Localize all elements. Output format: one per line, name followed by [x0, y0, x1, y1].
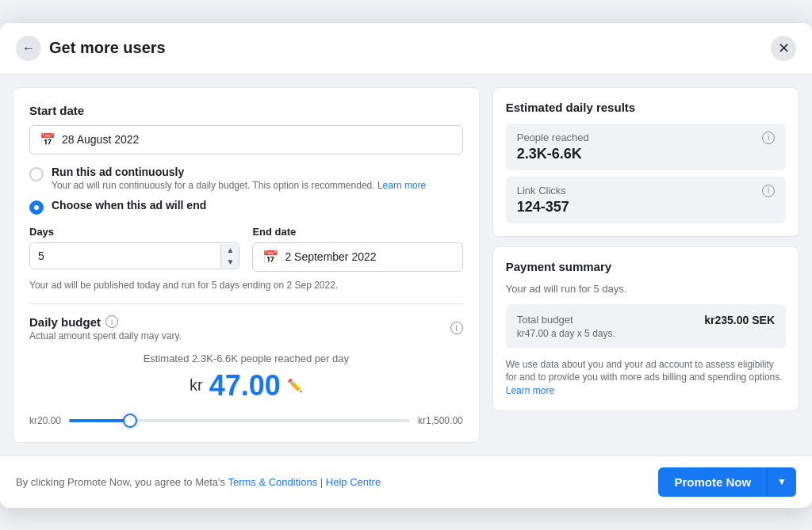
days-end-row: Days ▲ ▼ End date 📅 — [29, 226, 463, 272]
ad-duration-options: Run this ad continuously Your ad will ru… — [29, 166, 463, 215]
budget-slider-row: kr20.00 kr1,500.00 — [29, 415, 463, 426]
slider-thumb[interactable] — [123, 414, 137, 428]
budget-note: Actual amount spent daily may vary. — [29, 330, 182, 341]
people-reached-header: People reached i — [517, 132, 775, 144]
budget-summary-row: Total budget kr235.00 SEK — [517, 314, 775, 326]
payment-subtitle: Your ad will run for 5 days. — [506, 283, 786, 295]
people-reached-label: People reached — [517, 132, 589, 143]
people-reached-info[interactable]: i — [762, 132, 775, 144]
footer-actions: Promote Now ▼ — [658, 467, 796, 497]
footer-separator: | — [320, 476, 326, 488]
option-end-date-label: Choose when this ad will end — [52, 199, 206, 212]
terms-link[interactable]: Terms & Conditions — [228, 476, 317, 488]
stepper-up[interactable]: ▲ — [221, 244, 239, 256]
option-continuous[interactable]: Run this ad continuously Your ad will ru… — [29, 166, 463, 191]
days-stepper[interactable]: ▲ ▼ — [29, 242, 239, 269]
stepper-arrows: ▲ ▼ — [220, 244, 239, 268]
budget-detail: kr47.00 a day x 5 days. — [517, 328, 775, 339]
modal-title: Get more users — [49, 39, 166, 57]
end-calendar-icon: 📅 — [262, 250, 278, 265]
total-budget-value: kr235.00 SEK — [704, 314, 775, 326]
modal: ← Get more users ✕ Start date 📅 Run this… — [0, 23, 812, 508]
link-clicks-item: Link Clicks i 124-357 — [506, 177, 786, 223]
stepper-down[interactable]: ▼ — [221, 256, 239, 268]
days-column: Days ▲ ▼ — [29, 226, 239, 272]
results-card: Estimated daily results People reached i… — [492, 87, 799, 237]
end-date-label: End date — [252, 226, 462, 238]
budget-estimate: Estimated 2.3K-6.6K people reached per d… — [29, 353, 463, 364]
budget-header: Daily budget i Actual amount spent daily… — [29, 315, 463, 341]
slider-fill — [69, 419, 130, 422]
start-date-label: Start date — [29, 104, 463, 117]
budget-currency: kr — [190, 376, 203, 395]
end-date-field[interactable]: 📅 — [252, 242, 462, 272]
slider-track[interactable] — [69, 419, 410, 422]
payment-title: Payment summary — [506, 260, 786, 273]
link-clicks-label: Link Clicks — [517, 185, 566, 196]
slider-min: kr20.00 — [29, 415, 61, 426]
budget-info-icon[interactable]: i — [105, 315, 118, 328]
link-clicks-header: Link Clicks i — [517, 185, 775, 197]
budget-value: 47.00 — [209, 369, 281, 402]
slider-max: kr1,500.00 — [418, 415, 463, 426]
calendar-icon: 📅 — [40, 132, 56, 147]
option-end-date[interactable]: Choose when this ad will end — [29, 199, 463, 215]
total-budget-label: Total budget — [517, 314, 573, 326]
help-link[interactable]: Help Centre — [326, 476, 381, 488]
start-date-field[interactable]: 📅 — [29, 125, 463, 154]
budget-amount: kr 47.00 ✏️ — [29, 369, 463, 402]
link-clicks-info[interactable]: i — [762, 185, 775, 197]
people-reached-item: People reached i 2.3K-6.6K — [506, 124, 786, 170]
end-date-input[interactable] — [285, 250, 452, 263]
results-title: Estimated daily results — [506, 101, 786, 114]
modal-body: Start date 📅 Run this ad continuously Yo… — [0, 74, 812, 456]
promote-dropdown-button[interactable]: ▼ — [767, 467, 796, 497]
modal-header: ← Get more users ✕ — [0, 23, 812, 74]
option-continuous-label: Run this ad continuously — [52, 166, 426, 178]
close-button[interactable]: ✕ — [771, 36, 796, 61]
budget-summary: Total budget kr235.00 SEK kr47.00 a day … — [506, 304, 786, 349]
budget-title: Daily budget — [29, 315, 101, 329]
start-date-input[interactable] — [62, 133, 453, 146]
learn-more-link[interactable]: Learn more — [377, 180, 426, 191]
footer-disclaimer: By clicking Promote Now, you agree to Me… — [16, 476, 381, 488]
data-note: We use data about you and your ad accoun… — [506, 358, 786, 398]
edit-budget-icon[interactable]: ✏️ — [287, 378, 303, 393]
back-button[interactable]: ← — [16, 36, 41, 61]
promote-now-button[interactable]: Promote Now — [658, 467, 767, 497]
days-label: Days — [29, 226, 239, 238]
option-end-date-text: Choose when this ad will end — [52, 199, 206, 212]
budget-info-icon-2[interactable]: i — [450, 322, 463, 334]
publish-note: Your ad will be published today and run … — [29, 280, 463, 291]
option-continuous-desc: Your ad will run continuously for a dail… — [52, 180, 426, 191]
divider — [29, 303, 463, 304]
radio-continuous[interactable] — [29, 167, 44, 181]
payment-card: Payment summary Your ad will run for 5 d… — [492, 246, 799, 411]
end-date-column: End date 📅 — [252, 226, 462, 272]
link-clicks-value: 124-357 — [517, 199, 775, 215]
header-left: ← Get more users — [16, 36, 166, 61]
modal-footer: By clicking Promote Now, you agree to Me… — [0, 456, 812, 508]
agree-text: By clicking Promote Now, you agree to Me… — [16, 476, 225, 488]
days-input[interactable] — [30, 243, 220, 269]
people-reached-value: 2.3K-6.6K — [517, 146, 775, 162]
budget-title-row: Daily budget i — [29, 315, 182, 329]
right-panel: Estimated daily results People reached i… — [492, 87, 799, 443]
option-continuous-text: Run this ad continuously Your ad will ru… — [52, 166, 426, 191]
data-learn-more-link[interactable]: Learn more — [506, 385, 554, 396]
left-panel: Start date 📅 Run this ad continuously Yo… — [13, 87, 480, 443]
radio-end-date[interactable] — [29, 200, 44, 215]
